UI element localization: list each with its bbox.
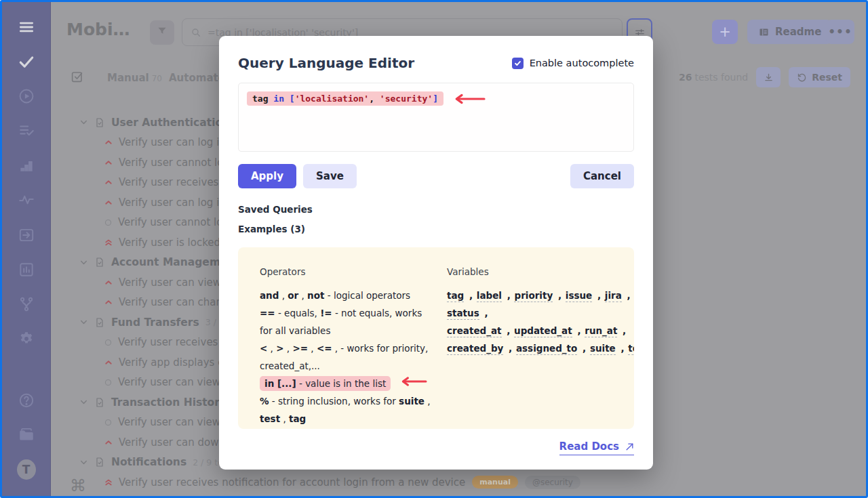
priority-critical-icon <box>104 238 113 247</box>
tab-manual-label: Manual <box>107 72 149 84</box>
variable-line: created_at , updated_at , run_at , <box>447 322 634 339</box>
app-window: T Mobi… + Readme ••• Manual70 Automated6… <box>0 0 868 498</box>
more-options-button[interactable]: ••• <box>826 20 854 44</box>
variable-token: priority <box>514 290 553 302</box>
apply-button[interactable]: Apply <box>238 164 296 188</box>
examples-section[interactable]: Examples (3) <box>238 224 634 234</box>
test-plans-icon[interactable] <box>17 122 36 140</box>
saved-queries-section[interactable]: Saved Queries <box>238 204 634 215</box>
chevron-down-icon[interactable] <box>79 318 88 327</box>
command-icon: ⌘ <box>70 476 86 495</box>
query-code[interactable]: tag in ['localisation', 'security'] <box>247 91 443 106</box>
priority-high-icon <box>104 178 113 187</box>
manual-badge: manual <box>472 476 518 489</box>
tests-check-icon[interactable] <box>17 53 36 70</box>
filter-button[interactable] <box>150 20 174 45</box>
variable-line: created_by , assigned_to , suite , test <box>447 339 634 357</box>
autocomplete-checkbox[interactable] <box>512 58 524 69</box>
variable-token: run_at <box>585 325 617 337</box>
tab-manual-count: 70 <box>152 74 162 83</box>
variable-token: jira <box>605 290 622 302</box>
variable-token: updated_at <box>514 325 572 337</box>
reset-label: Reset <box>812 72 842 83</box>
operator-line: < , > , >= , <= , - works for priority, … <box>260 339 431 375</box>
project-title: Mobi… <box>66 20 130 39</box>
priority-high-icon <box>104 198 113 207</box>
variable-line: status , <box>447 304 634 322</box>
operator-line: in [...] - value is in the list <box>260 375 431 392</box>
add-button[interactable]: + <box>712 20 738 44</box>
variables-column: Variables tag , label , priority , issue… <box>447 263 634 428</box>
analytics-icon[interactable] <box>17 261 36 278</box>
test-title: Verify user receives notification for ac… <box>119 476 465 489</box>
read-docs-label: Read Docs <box>559 440 619 453</box>
tag-chip: @security <box>525 476 580 489</box>
help-icon[interactable] <box>17 392 36 409</box>
priority-high-icon <box>104 158 113 167</box>
priority-high-icon <box>104 438 113 447</box>
book-icon <box>758 26 770 38</box>
enable-autocomplete-control[interactable]: Enable autocomplete <box>512 58 634 69</box>
red-arrow-icon <box>398 376 428 387</box>
suite-file-icon <box>94 117 105 128</box>
projects-folder-icon[interactable] <box>17 426 36 444</box>
download-button[interactable] <box>756 67 781 87</box>
suite-title: Fund Transfers <box>111 316 199 329</box>
save-button[interactable]: Save <box>303 164 357 188</box>
query-language-editor-modal: Query Language Editor Enable autocomplet… <box>219 36 653 470</box>
milestones-steps-icon[interactable] <box>17 157 36 174</box>
tests-found-text: 26tests found <box>679 72 748 83</box>
operator-line: % - string inclusion, works for suite , … <box>260 392 431 428</box>
read-docs-link[interactable]: Read Docs <box>559 440 634 455</box>
chevron-down-icon[interactable] <box>79 458 88 467</box>
suite-file-icon <box>94 457 105 468</box>
readme-label: Readme <box>775 26 821 38</box>
variable-lines: tag , label , priority , issue , jira , … <box>447 287 634 357</box>
autocomplete-label: Enable autocomplete <box>530 58 634 68</box>
sidebar: T <box>2 2 51 496</box>
import-icon[interactable] <box>17 226 36 243</box>
priority-normal-icon <box>104 378 113 387</box>
test-row[interactable]: Verify user receives notification for ac… <box>51 472 866 493</box>
reset-button[interactable]: Reset <box>789 67 850 87</box>
priority-high-icon <box>104 138 113 147</box>
external-arrow-icon <box>625 442 634 451</box>
operators-heading: Operators <box>260 263 431 281</box>
operators-column: Operators and , or , not - logical opera… <box>260 263 431 428</box>
priority-normal-icon <box>104 418 113 427</box>
variable-token: suite <box>590 343 616 355</box>
chevron-down-icon[interactable] <box>79 258 88 267</box>
results-row: 26tests found Reset <box>679 67 850 87</box>
select-all-icon[interactable] <box>70 69 85 87</box>
menu-icon[interactable] <box>17 18 36 36</box>
branches-icon[interactable] <box>17 295 36 313</box>
variable-token: issue <box>566 290 592 302</box>
variable-token: test <box>628 343 634 355</box>
tests-found-count: 26 <box>679 72 692 83</box>
readme-button[interactable]: Readme <box>747 20 832 44</box>
pulse-icon[interactable] <box>17 191 36 209</box>
variable-token: assigned_to <box>516 343 577 355</box>
tab-manual[interactable]: Manual70 <box>107 72 162 84</box>
variable-line: tag , label , priority , issue , jira , … <box>447 287 634 304</box>
suite-file-icon <box>94 397 105 408</box>
suite-title: User Authentication <box>111 117 230 129</box>
priority-high-icon <box>104 297 113 307</box>
variable-token: created_at <box>447 325 502 337</box>
chevron-down-icon[interactable] <box>79 118 88 127</box>
priority-high-icon <box>104 358 113 367</box>
logo-icon[interactable]: T <box>17 461 36 479</box>
examples-panel: Operators and , or , not - logical opera… <box>238 247 634 429</box>
examples-count: (3) <box>290 224 305 234</box>
settings-gear-icon[interactable] <box>17 330 36 348</box>
priority-normal-icon <box>104 218 113 227</box>
query-editor[interactable]: tag in ['localisation', 'security'] <box>238 83 634 152</box>
suite-title: Transaction History <box>111 396 226 409</box>
funnel-icon <box>157 26 167 39</box>
chevron-down-icon[interactable] <box>79 398 88 407</box>
suite-title: Notifications <box>111 456 186 468</box>
tests-found-label: tests found <box>694 72 748 83</box>
runs-play-icon[interactable] <box>17 87 36 105</box>
cancel-button[interactable]: Cancel <box>570 164 634 188</box>
priority-high-icon <box>104 278 113 287</box>
